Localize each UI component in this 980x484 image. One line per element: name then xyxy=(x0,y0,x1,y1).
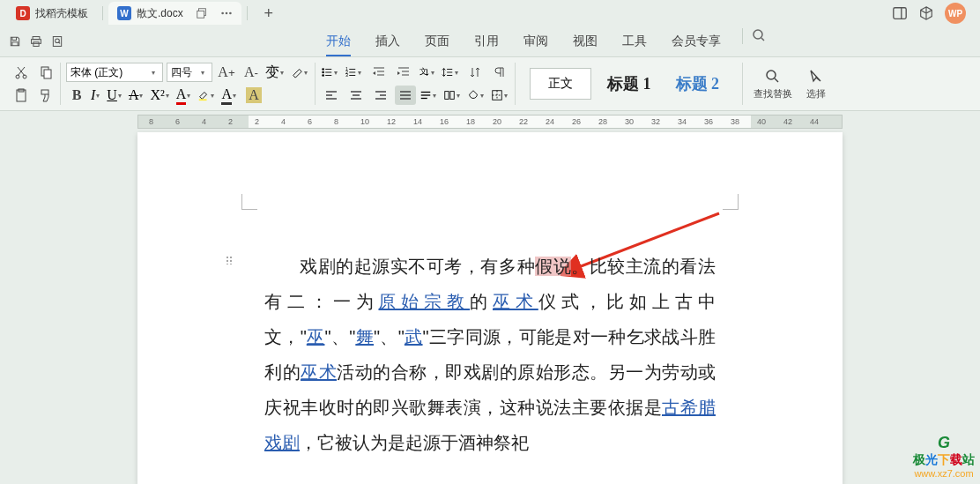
page[interactable]: 戏剧的起源实不可考，有多种假说。比较主流的看法有二：一为原始宗教的巫术仪式，比如… xyxy=(137,132,843,484)
font-family-select[interactable]: 宋体 (正文)▾ xyxy=(66,63,163,82)
copy-icon[interactable] xyxy=(35,63,56,82)
style-heading1[interactable]: 标题 1 xyxy=(598,68,660,100)
text[interactable]: "、" xyxy=(324,327,355,346)
find-replace-button[interactable]: 查找替换 xyxy=(746,68,799,101)
link-wu[interactable]: 巫 xyxy=(307,327,325,346)
restore-icon[interactable] xyxy=(196,7,208,19)
svg-point-72 xyxy=(230,260,232,262)
menu-page[interactable]: 页面 xyxy=(412,28,462,55)
highlighted-text[interactable]: 假说 xyxy=(535,257,571,276)
tab-menu-icon[interactable] xyxy=(220,7,233,19)
tab-separator xyxy=(102,6,103,20)
align-right-icon[interactable] xyxy=(370,86,391,105)
svg-rect-63 xyxy=(450,92,454,100)
menu-start[interactable]: 开始 xyxy=(314,28,363,55)
align-left-icon[interactable] xyxy=(321,86,342,105)
ruler-number: 42 xyxy=(783,117,792,126)
clear-format-icon[interactable]: ▾ xyxy=(291,66,311,78)
menu-reference[interactable]: 引用 xyxy=(462,28,511,55)
text-direction-icon[interactable]: 文▾ xyxy=(418,66,438,78)
svg-point-27 xyxy=(322,74,324,77)
line-spacing-icon[interactable]: ▾ xyxy=(442,66,462,78)
search-icon[interactable] xyxy=(752,28,766,42)
strike-icon[interactable]: A▾ xyxy=(129,87,147,103)
tab-label: 找稻壳模板 xyxy=(35,6,88,21)
panel-icon[interactable] xyxy=(892,5,908,21)
paragraph-handle-icon[interactable] xyxy=(226,256,234,264)
underline-icon[interactable]: U▾ xyxy=(107,87,125,103)
show-marks-icon[interactable] xyxy=(490,63,511,82)
text[interactable]: 戏剧的起源实不可考，有多种 xyxy=(300,257,535,276)
text[interactable]: ，它被认为是起源于酒神祭祀 xyxy=(300,433,529,452)
document-body[interactable]: 戏剧的起源实不可考，有多种假说。比较主流的看法有二：一为原始宗教的巫术仪式，比如… xyxy=(264,249,716,460)
tab-document[interactable]: W 散文.docx xyxy=(108,2,241,25)
ruler-number: 20 xyxy=(493,117,501,126)
quick-access xyxy=(7,34,65,49)
ruler-number: 14 xyxy=(413,117,422,126)
link-wu2[interactable]: 舞 xyxy=(355,327,374,346)
link-witchcraft[interactable]: 巫术 xyxy=(493,292,538,311)
link-religion[interactable]: 原始宗教 xyxy=(378,292,470,311)
svg-line-14 xyxy=(761,38,764,41)
menu-insert[interactable]: 插入 xyxy=(363,28,412,55)
ruler-number: 16 xyxy=(440,117,449,126)
increase-indent-icon[interactable] xyxy=(393,63,414,82)
text[interactable]: "、" xyxy=(374,327,405,346)
numbering-icon[interactable]: 123▾ xyxy=(345,66,365,78)
menu-review[interactable]: 审阅 xyxy=(511,28,561,55)
doc-icon: D xyxy=(16,6,30,20)
ruler-number: 30 xyxy=(625,117,634,126)
align-center-icon[interactable] xyxy=(345,86,367,105)
bold-icon[interactable]: B xyxy=(66,86,87,105)
format-painter-icon[interactable] xyxy=(35,86,56,105)
char-shading-icon[interactable]: A▾ xyxy=(221,86,240,105)
bullets-icon[interactable]: ▾ xyxy=(321,66,341,78)
svg-line-12 xyxy=(59,42,61,44)
paste-icon[interactable] xyxy=(11,86,32,105)
select-button[interactable]: 选择 xyxy=(799,68,833,101)
svg-line-68 xyxy=(775,78,778,82)
svg-rect-9 xyxy=(33,42,39,47)
font-size-select[interactable]: 四号▾ xyxy=(167,63,212,82)
italic-icon[interactable]: I▾ xyxy=(91,87,103,103)
tab-template[interactable]: D 找稻壳模板 xyxy=(7,2,97,25)
horizontal-ruler[interactable]: 8642246810121416182022242628303234363840… xyxy=(137,111,843,129)
change-case-icon[interactable]: 变▾ xyxy=(265,63,287,82)
preview-icon[interactable] xyxy=(49,34,65,49)
title-bar: D 找稻壳模板 W 散文.docx + WP xyxy=(0,0,980,26)
superscript-icon[interactable]: X²▾ xyxy=(150,87,172,103)
avatar[interactable]: WP xyxy=(945,3,966,24)
new-tab-button[interactable]: + xyxy=(260,4,278,22)
borders-icon[interactable]: ▾ xyxy=(491,89,511,101)
menu-tools[interactable]: 工具 xyxy=(610,28,659,55)
word-icon: W xyxy=(117,6,131,20)
print-icon[interactable] xyxy=(28,34,44,49)
distribute-icon[interactable]: ▾ xyxy=(419,89,440,101)
align-justify-icon[interactable] xyxy=(395,86,416,105)
style-heading2[interactable]: 标题 2 xyxy=(667,68,729,100)
shading-icon[interactable]: ▾ xyxy=(467,89,487,101)
cut-icon[interactable] xyxy=(11,63,32,82)
decrease-indent-icon[interactable] xyxy=(368,63,390,82)
cube-icon[interactable] xyxy=(918,5,934,21)
ruler-number: 18 xyxy=(466,117,475,126)
link-wu3[interactable]: 武 xyxy=(405,327,423,346)
font-color-icon[interactable]: A▾ xyxy=(176,86,195,105)
text[interactable]: 的 xyxy=(470,292,493,311)
decrease-font-icon[interactable]: A- xyxy=(241,63,262,82)
menu-view[interactable]: 视图 xyxy=(561,28,610,55)
svg-point-74 xyxy=(230,264,232,264)
columns-icon[interactable]: ▾ xyxy=(443,89,464,101)
highlight-icon[interactable]: ▾ xyxy=(197,89,218,101)
char-border-icon[interactable]: A xyxy=(243,86,264,105)
menu-member[interactable]: 会员专享 xyxy=(659,28,733,55)
style-normal[interactable]: 正文 xyxy=(530,68,591,100)
link-witchcraft2[interactable]: 巫术 xyxy=(301,362,337,382)
svg-rect-21 xyxy=(41,90,48,94)
svg-point-23 xyxy=(322,68,324,71)
sort-icon[interactable] xyxy=(465,63,486,82)
svg-point-13 xyxy=(754,30,762,39)
save-icon[interactable] xyxy=(7,34,23,49)
editing-group: 查找替换 选择 xyxy=(742,63,836,105)
increase-font-icon[interactable]: A+ xyxy=(216,63,237,82)
